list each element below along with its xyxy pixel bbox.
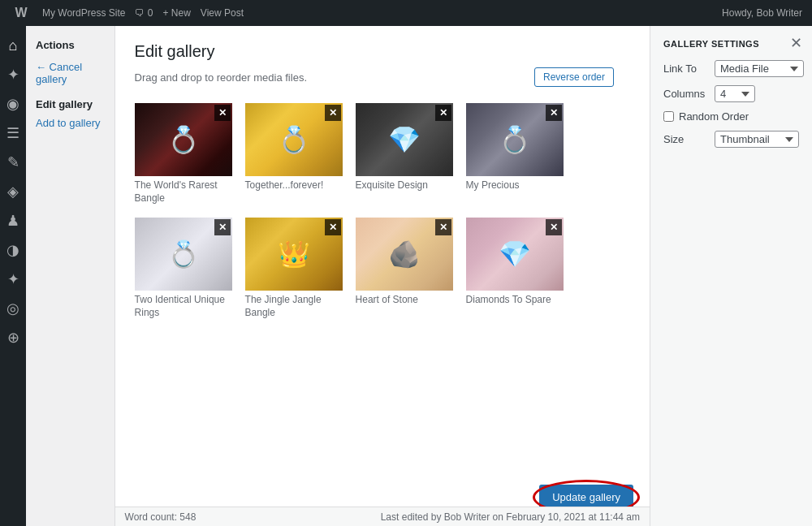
gallery-item-close-6[interactable]: ✕ [325, 219, 341, 235]
gallery-item-7[interactable]: 🪨 ✕ Heart of Stone [356, 218, 453, 319]
settings-panel-title: GALLERY SETTINGS [663, 39, 799, 49]
left-panel: Actions ← Cancel gallery Edit gallery Ad… [26, 26, 115, 526]
edit-gallery-section-title: Edit gallery [36, 98, 105, 110]
heart-decoration: 🪨 [388, 239, 421, 269]
unique-decoration: 💍 [167, 239, 200, 269]
gallery-item-4[interactable]: 💍 ✕ My Precious [466, 103, 564, 205]
gallery-item-1[interactable]: 💍 ✕ The World's Rarest Bangle [135, 103, 232, 205]
last-edited: Last edited by Bob Writer on February 10… [381, 511, 640, 523]
gallery-item-label-5: Two Identical Unique Rings [135, 294, 232, 319]
admin-bar-view-post[interactable]: View Post [201, 7, 244, 19]
gallery-main: Edit gallery Drag and drop to reorder me… [115, 26, 650, 351]
jingle-decoration: 👑 [278, 239, 310, 269]
random-order-checkbox[interactable] [663, 111, 674, 122]
gallery-item-close-7[interactable]: ✕ [435, 219, 451, 235]
gallery-item-close-3[interactable]: ✕ [435, 105, 451, 121]
gallery-title: Edit gallery [135, 42, 215, 61]
bangle-decoration: 💍 [167, 124, 200, 155]
gallery-item-label-7: Heart of Stone [356, 294, 453, 307]
status-bar: Word count: 548 Last edited by Bob Write… [115, 507, 650, 526]
actions-title: Actions [36, 39, 105, 51]
cancel-gallery-link[interactable]: ← Cancel gallery [36, 61, 105, 85]
gallery-item-close-1[interactable]: ✕ [214, 105, 231, 121]
sidebar-icon-appearance[interactable]: ◈ [0, 179, 26, 205]
sidebar-icon-tools[interactable]: ✦ [0, 266, 26, 292]
gallery-item-label-4: My Precious [466, 179, 564, 192]
admin-bar-site-name[interactable]: My WordPress Site [42, 7, 125, 19]
random-order-label: Random Order [679, 110, 749, 123]
random-order-row: Random Order [663, 110, 799, 123]
columns-select[interactable]: 123 4 56789 [715, 85, 755, 102]
gallery-editor: Edit gallery Drag and drop to reorder me… [115, 26, 650, 526]
link-to-label: Link To [663, 63, 708, 75]
link-to-row: Link To Media File Attachment Page None … [663, 60, 799, 77]
columns-row: Columns 123 4 56789 [663, 85, 799, 102]
gallery-item-6[interactable]: 👑 ✕ The Jingle Jangle Bangle [245, 218, 343, 319]
sidebar-icon-users[interactable]: ◑ [0, 237, 26, 263]
gallery-settings-panel: GALLERY SETTINGS Link To Media File Atta… [650, 26, 812, 526]
precious-decoration: 💍 [499, 124, 531, 155]
diamonds-decoration: 💎 [499, 239, 531, 269]
gallery-item-label-3: Exquisite Design [356, 179, 453, 192]
gallery-item-5[interactable]: 💍 ✕ Two Identical Unique Rings [135, 218, 232, 319]
sidebar-icon-collapse[interactable]: ⊕ [0, 325, 26, 351]
gallery-item-label-6: The Jingle Jangle Bangle [245, 294, 343, 319]
size-label: Size [663, 133, 708, 145]
sidebar-icon-posts[interactable]: ✦ [0, 62, 26, 88]
admin-bar-howdy: Howdy, Bob Writer [722, 7, 802, 19]
admin-bar: W My WordPress Site 🗨 0 + New View Post … [0, 0, 812, 26]
main-layout: ⌂ ✦ ◉ ☰ ✎ ◈ ♟ ◑ ✦ ◎ ⊕ Actions ← Cancel g… [0, 26, 812, 526]
modal-close-button[interactable]: ✕ [790, 36, 802, 50]
sidebar-icon-settings[interactable]: ◎ [0, 295, 26, 321]
sidebar-icon-plugins[interactable]: ♟ [0, 208, 26, 234]
gallery-item-close-2[interactable]: ✕ [325, 105, 341, 121]
gallery-item-close-8[interactable]: ✕ [546, 219, 562, 235]
sidebar-icon-dashboard[interactable]: ⌂ [0, 32, 26, 58]
gallery-grid: 💍 ✕ The World's Rarest Bangle 💍 ✕ Togeth… [135, 103, 630, 319]
admin-bar-left: W My WordPress Site 🗨 0 + New View Post [10, 2, 244, 24]
rings-decoration: 💍 [278, 124, 310, 155]
admin-bar-right: Howdy, Bob Writer [722, 7, 802, 19]
word-count: Word count: 548 [125, 511, 197, 523]
gallery-header-row: Edit gallery [135, 42, 630, 67]
add-to-gallery-link[interactable]: Add to gallery [36, 117, 105, 129]
sidebar-icon-pages[interactable]: ☰ [0, 120, 26, 146]
link-to-select[interactable]: Media File Attachment Page None Custom U… [715, 60, 804, 77]
admin-bar-comments[interactable]: 🗨 0 [135, 7, 153, 19]
gallery-instructions-text: Drag and drop to reorder media files. [135, 71, 307, 84]
columns-label: Columns [663, 88, 708, 100]
sidebar-icon-media[interactable]: ◉ [0, 91, 26, 117]
gallery-item-label-8: Diamonds To Spare [466, 294, 564, 307]
content-area: Edit gallery Drag and drop to reorder me… [115, 26, 812, 526]
gallery-item-3[interactable]: 💎 ✕ Exquisite Design [356, 103, 453, 205]
gallery-item-close-5[interactable]: ✕ [214, 219, 231, 235]
gallery-item-label-1: The World's Rarest Bangle [135, 179, 232, 205]
sidebar-icon-comments[interactable]: ✎ [0, 149, 26, 175]
gallery-instructions-row: Drag and drop to reorder media files. Re… [135, 67, 630, 87]
admin-bar-new[interactable]: + New [163, 7, 191, 19]
size-select[interactable]: Thumbnail Medium Large Full Size [715, 131, 799, 148]
size-row: Size Thumbnail Medium Large Full Size [663, 131, 799, 148]
reverse-order-button[interactable]: Reverse order [534, 67, 614, 87]
gallery-item-8[interactable]: 💎 ✕ Diamonds To Spare [466, 218, 564, 319]
gallery-item-label-2: Together...forever! [245, 179, 343, 192]
wp-logo: W [10, 2, 32, 24]
exquisite-decoration: 💎 [388, 124, 421, 155]
gallery-item-close-4[interactable]: ✕ [546, 105, 562, 121]
gallery-item-2[interactable]: 💍 ✕ Together...forever! [245, 103, 343, 205]
sidebar: ⌂ ✦ ◉ ☰ ✎ ◈ ♟ ◑ ✦ ◎ ⊕ [0, 26, 26, 526]
